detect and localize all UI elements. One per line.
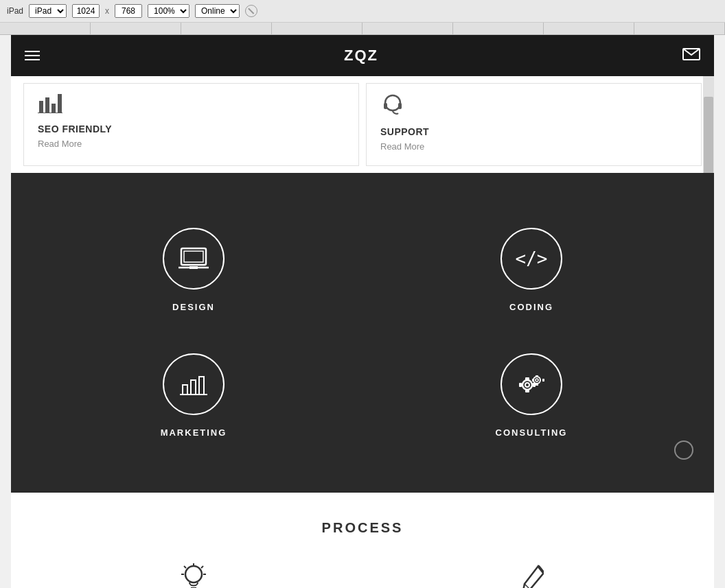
process-section: PROCESS <box>11 493 714 588</box>
svg-rect-8 <box>398 103 402 109</box>
seo-card: SEO FRIENDLY Read More <box>23 83 359 166</box>
circle-decoration <box>674 440 693 460</box>
svg-rect-16 <box>199 377 204 395</box>
design-circle[interactable] <box>163 228 225 290</box>
coding-label: CODING <box>509 302 553 312</box>
svg-rect-1 <box>39 101 43 113</box>
status-select[interactable]: Online <box>195 4 240 18</box>
svg-point-19 <box>525 383 529 387</box>
page-wrapper: ZQZ <box>11 35 714 588</box>
support-title: SUPPORT <box>380 126 687 137</box>
service-consulting: CONSULTING <box>362 333 700 458</box>
svg-rect-14 <box>183 385 187 395</box>
zoom-select[interactable]: 100% <box>148 4 189 18</box>
process-items-row1: PLAN Read More DESIGN Read More <box>25 556 700 588</box>
hamburger-line <box>25 51 40 52</box>
svg-point-18 <box>522 380 532 390</box>
hamburger-menu[interactable] <box>25 51 40 60</box>
svg-point-25 <box>536 379 538 381</box>
svg-line-38 <box>525 584 530 588</box>
hamburger-line <box>25 55 40 56</box>
seo-icon <box>38 94 345 118</box>
consulting-label: CONSULTING <box>496 427 568 438</box>
marketing-label: MARKETING <box>161 427 227 438</box>
svg-point-30 <box>185 566 202 583</box>
height-input[interactable] <box>115 4 142 18</box>
dimension-separator: x <box>105 6 109 16</box>
width-input[interactable] <box>72 4 100 18</box>
ruler-bar-top <box>0 23 725 35</box>
service-design: DESIGN <box>25 207 362 333</box>
svg-rect-2 <box>45 97 49 113</box>
ruler-segment <box>272 23 362 34</box>
device-select[interactable]: iPad <box>29 4 67 18</box>
mail-icon[interactable] <box>682 48 700 64</box>
svg-rect-20 <box>525 377 529 380</box>
design-process-item: DESIGN Read More <box>362 556 700 588</box>
svg-point-6 <box>385 95 400 110</box>
svg-text:</>: </> <box>516 248 548 269</box>
ruler-segment <box>453 23 544 34</box>
service-marketing: MARKETING <box>25 333 362 458</box>
svg-rect-15 <box>191 380 196 395</box>
hamburger-line <box>25 59 40 60</box>
cards-section: SEO FRIENDLY Read More SUPPORT Read More <box>11 76 714 173</box>
site-logo: ZQZ <box>344 47 378 64</box>
plan-item: PLAN Read More <box>25 556 362 588</box>
seo-readmore[interactable]: Read More <box>38 139 345 149</box>
service-coding: </> CODING <box>362 207 700 333</box>
process-title: PROCESS <box>25 520 700 536</box>
svg-rect-27 <box>536 384 538 386</box>
plan-icon <box>181 563 206 588</box>
svg-rect-4 <box>58 94 62 113</box>
svg-point-24 <box>533 377 540 384</box>
ruler-segment <box>181 23 272 34</box>
support-icon <box>380 94 687 121</box>
svg-rect-3 <box>51 104 56 113</box>
seo-title: SEO FRIENDLY <box>38 124 345 134</box>
device-label: iPad <box>7 6 23 16</box>
support-readmore[interactable]: Read More <box>380 141 687 152</box>
ruler-segment <box>634 23 725 34</box>
svg-rect-7 <box>384 103 387 109</box>
ruler-segment <box>362 23 453 34</box>
marketing-circle[interactable] <box>163 353 225 415</box>
no-entry-icon <box>245 5 257 17</box>
svg-rect-26 <box>536 375 538 377</box>
browser-chrome: iPad iPad x 100% Online <box>0 0 725 23</box>
design-process-icon <box>519 563 544 588</box>
svg-rect-22 <box>519 383 522 387</box>
svg-rect-10 <box>184 251 203 262</box>
ruler-segment <box>544 23 634 34</box>
svg-rect-29 <box>542 379 544 381</box>
consulting-circle[interactable] <box>500 353 562 415</box>
coding-circle[interactable]: </> <box>500 228 562 290</box>
svg-line-34 <box>184 566 186 568</box>
svg-line-35 <box>201 566 203 568</box>
svg-rect-28 <box>532 379 534 381</box>
ruler-segment <box>91 23 181 34</box>
site-header: ZQZ <box>11 35 714 76</box>
svg-rect-21 <box>525 390 529 392</box>
ruler-segment <box>0 23 91 34</box>
support-card: SUPPORT Read More <box>366 83 702 166</box>
design-label: DESIGN <box>172 302 215 312</box>
services-section: DESIGN </> CODING <box>11 173 714 493</box>
scrollbar-thumb[interactable] <box>704 97 713 179</box>
